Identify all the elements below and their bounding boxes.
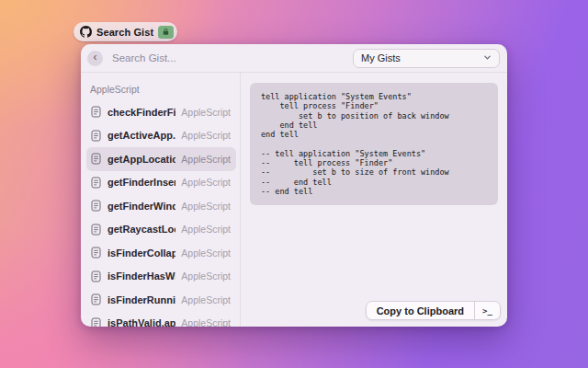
section-label: AppleScript: [90, 84, 236, 95]
list-item-title: isFinderRunning.ap...: [107, 294, 175, 305]
document-icon: [91, 200, 101, 212]
document-icon: [91, 293, 101, 305]
raycast-window: ‹ My Gists AppleScript checkFinderFileEx…: [81, 44, 507, 327]
list-item-title: getFinderInsertion...: [107, 177, 175, 188]
gist-list-rows: checkFinderFileExi... AppleScript getAct…: [86, 100, 236, 327]
chevron-down-icon: [483, 52, 492, 63]
list-item[interactable]: isFinderCollapsed.a... AppleScript: [86, 241, 236, 265]
list-item-title: isFinderHasWindow...: [107, 270, 175, 282]
list-item-accessory: AppleScript: [175, 130, 231, 141]
extension-pill-label: Search Gist: [96, 27, 153, 38]
list-item[interactable]: getFinderWindowP... AppleScript: [86, 194, 236, 218]
list-item-title: getAppLocation.ap...: [107, 154, 175, 165]
window-header: ‹ My Gists: [81, 44, 507, 73]
terminal-icon[interactable]: >_: [475, 302, 500, 319]
list-item-title: getRaycastLocatio...: [107, 224, 175, 235]
list-item-title: isPathValid.applesc...: [107, 317, 175, 327]
list-item-accessory: AppleScript: [175, 201, 231, 212]
list-item-accessory: AppleScript: [175, 317, 231, 327]
list-item[interactable]: getRaycastLocatio... AppleScript: [86, 218, 236, 242]
list-item[interactable]: getAppLocation.ap... AppleScript: [86, 147, 236, 171]
list-item-accessory: AppleScript: [175, 247, 231, 259]
lock-badge-icon: [158, 26, 174, 39]
extension-pill[interactable]: Search Gist: [74, 22, 177, 41]
list-item-accessory: AppleScript: [175, 270, 231, 282]
list-item-accessory: AppleScript: [175, 224, 231, 235]
list-item[interactable]: getActiveApp.apple... AppleScript: [86, 124, 236, 148]
list-item[interactable]: isFinderRunning.ap... AppleScript: [86, 288, 236, 312]
list-item[interactable]: isPathValid.applesc... AppleScript: [86, 312, 236, 328]
document-icon: [91, 224, 101, 236]
preview-pane: tell application "System Events" tell pr…: [241, 73, 507, 327]
document-icon: [91, 130, 101, 142]
filter-dropdown[interactable]: My Gists: [353, 49, 500, 68]
filter-dropdown-value: My Gists: [361, 52, 401, 63]
back-button[interactable]: ‹: [87, 51, 103, 66]
list-item-accessory: AppleScript: [175, 294, 231, 305]
document-icon: [91, 317, 101, 327]
search-input[interactable]: [112, 52, 353, 63]
list-item-title: getFinderWindowP...: [107, 201, 175, 212]
document-icon: [91, 106, 101, 118]
list-item[interactable]: isFinderHasWindow... AppleScript: [86, 265, 236, 289]
github-icon: [80, 26, 92, 38]
code-preview: tell application "System Events" tell pr…: [250, 83, 498, 205]
list-item-accessory: AppleScript: [175, 107, 231, 118]
list-item[interactable]: checkFinderFileExi... AppleScript: [86, 100, 236, 124]
gist-list: AppleScript checkFinderFileExi... AppleS…: [81, 73, 241, 327]
list-item[interactable]: getFinderInsertion... AppleScript: [86, 171, 236, 195]
list-item-accessory: AppleScript: [175, 177, 231, 188]
document-icon: [91, 153, 101, 165]
copy-to-clipboard-button[interactable]: Copy to Clipboard: [367, 302, 474, 319]
document-icon: [91, 177, 101, 189]
window-body: AppleScript checkFinderFileExi... AppleS…: [81, 73, 507, 327]
action-bar: Copy to Clipboard >_: [366, 301, 501, 320]
list-item-accessory: AppleScript: [175, 154, 231, 165]
document-icon: [91, 270, 101, 282]
document-icon: [91, 247, 101, 259]
list-item-title: checkFinderFileExi...: [107, 107, 175, 118]
list-item-title: getActiveApp.apple...: [107, 130, 175, 141]
list-item-title: isFinderCollapsed.a...: [107, 247, 175, 259]
